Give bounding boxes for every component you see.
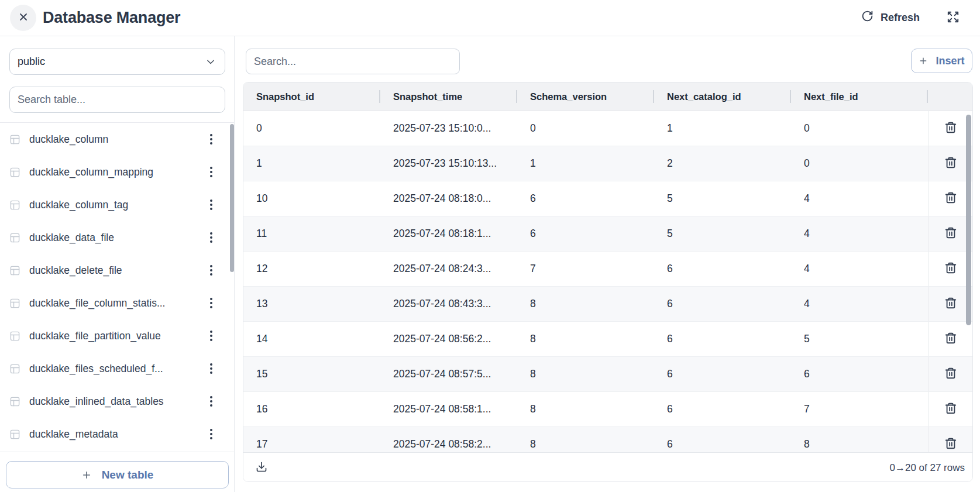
table-cell[interactable]: 4 [791, 252, 928, 286]
table-cell[interactable]: 1 [243, 146, 380, 181]
table-cell[interactable]: 8 [517, 322, 654, 356]
table-options-kebab-button[interactable] [208, 230, 215, 245]
table-cell[interactable]: 2025-07-24 08:24:3... [380, 252, 517, 286]
refresh-button[interactable]: Refresh [861, 10, 920, 25]
table-cell[interactable]: 15 [243, 357, 380, 391]
sidebar-table-item[interactable]: ducklake_file_column_statis... [0, 287, 234, 319]
table-cell[interactable]: 7 [517, 252, 654, 286]
close-button[interactable] [10, 5, 36, 31]
table-cell[interactable]: 1 [654, 111, 791, 146]
table-icon [9, 134, 20, 145]
table-cell[interactable]: 5 [791, 322, 928, 356]
table-cell[interactable]: 2025-07-23 15:10:0... [380, 111, 517, 146]
sidebar-table-item[interactable]: ducklake_inlined_data_tables [0, 385, 234, 418]
table-options-kebab-button[interactable] [208, 263, 215, 278]
table-options-kebab-button[interactable] [208, 361, 215, 376]
delete-row-button[interactable] [944, 121, 957, 136]
delete-row-button[interactable] [944, 262, 957, 276]
table-cell[interactable]: 4 [791, 287, 928, 321]
sidebar-scrollbar[interactable] [230, 124, 234, 272]
sidebar-table-item[interactable]: ducklake_delete_file [0, 254, 234, 287]
table-cell[interactable]: 17 [243, 427, 380, 452]
sidebar-table-item[interactable]: ducklake_file_partition_value [0, 319, 234, 352]
table-cell[interactable]: 8 [791, 427, 928, 452]
table-options-kebab-button[interactable] [208, 295, 215, 311]
sidebar-table-item[interactable]: ducklake_column_tag [0, 188, 234, 221]
table-cell[interactable]: 0 [791, 111, 928, 146]
table-cell[interactable]: 6 [791, 357, 928, 391]
table-cell[interactable]: 2025-07-24 08:18:1... [380, 216, 517, 251]
table-cell[interactable]: 6 [654, 392, 791, 426]
table-cell[interactable]: 6 [517, 216, 654, 251]
kebab-dot [210, 171, 212, 173]
table-cell[interactable]: 11 [243, 216, 380, 251]
sidebar-table-item[interactable]: ducklake_data_file [0, 221, 234, 254]
table-cell[interactable]: 4 [791, 216, 928, 251]
table-cell[interactable]: 7 [791, 392, 928, 426]
table-scrollbar[interactable] [966, 115, 971, 325]
table-cell[interactable]: 5 [654, 216, 791, 251]
sidebar-table-item[interactable]: ducklake_files_scheduled_f... [0, 352, 234, 385]
table-cell[interactable]: 2025-07-24 08:56:2... [380, 322, 517, 356]
table-cell[interactable]: 6 [654, 357, 791, 391]
table-cell[interactable]: 6 [654, 252, 791, 286]
table-cell[interactable]: 0 [517, 111, 654, 146]
schema-selector[interactable]: public [9, 49, 225, 75]
download-button[interactable] [256, 461, 267, 474]
table-options-kebab-button[interactable] [208, 394, 215, 409]
table-cell[interactable]: 2025-07-24 08:58:2... [380, 427, 517, 452]
table-cell[interactable]: 8 [517, 392, 654, 426]
table-cell[interactable]: 2025-07-24 08:58:1... [380, 392, 517, 426]
delete-row-button[interactable] [944, 156, 957, 171]
delete-row-button[interactable] [944, 367, 957, 381]
table-options-kebab-button[interactable] [208, 426, 215, 442]
kebab-dot [210, 298, 212, 300]
delete-row-button[interactable] [944, 437, 957, 452]
table-cell[interactable]: 10 [243, 181, 380, 216]
table-cell[interactable]: 2 [654, 146, 791, 181]
sidebar-table-item[interactable]: ducklake_column [0, 123, 234, 156]
column-header: Schema_version [517, 82, 654, 111]
delete-row-button[interactable] [944, 297, 957, 311]
table-cell[interactable]: 6 [654, 427, 791, 452]
delete-row-button[interactable] [944, 402, 957, 417]
table-cell[interactable]: 14 [243, 322, 380, 356]
kebab-dot [210, 429, 212, 431]
table-cell[interactable]: 2025-07-24 08:43:3... [380, 287, 517, 321]
table-cell[interactable]: 4 [791, 181, 928, 216]
delete-row-button[interactable] [944, 191, 957, 206]
fullscreen-button[interactable] [947, 11, 960, 25]
table-cell[interactable]: 1 [517, 146, 654, 181]
insert-button[interactable]: Insert [911, 49, 972, 73]
table-options-kebab-button[interactable] [208, 197, 215, 212]
table-cell[interactable]: 6 [654, 287, 791, 321]
table-cell[interactable]: 16 [243, 392, 380, 426]
table-search-input[interactable] [9, 87, 225, 113]
sidebar-table-item[interactable]: ducklake_metadata [0, 418, 234, 450]
table-icon [9, 265, 20, 276]
kebab-dot [210, 208, 212, 210]
table-options-kebab-button[interactable] [208, 132, 215, 147]
table-cell[interactable]: 2025-07-24 08:57:5... [380, 357, 517, 391]
table-cell[interactable]: 6 [654, 322, 791, 356]
table-cell[interactable]: 8 [517, 357, 654, 391]
delete-row-button[interactable] [944, 332, 957, 346]
table-cell[interactable]: 8 [517, 427, 654, 452]
table-cell[interactable]: 6 [517, 181, 654, 216]
table-options-kebab-button[interactable] [208, 328, 215, 343]
table-cell[interactable]: 8 [517, 287, 654, 321]
table-cell[interactable]: 5 [654, 181, 791, 216]
table-cell[interactable]: 13 [243, 287, 380, 321]
new-table-button[interactable]: New table [6, 461, 229, 488]
refresh-icon [861, 10, 874, 25]
delete-row-button[interactable] [944, 226, 957, 241]
sidebar-table-item[interactable]: ducklake_column_mapping [0, 156, 234, 188]
table-cell[interactable]: 2025-07-23 15:10:13... [380, 146, 517, 181]
table-cell[interactable]: 2025-07-24 08:18:0... [380, 181, 517, 216]
table-cell[interactable]: 12 [243, 252, 380, 286]
table-cell[interactable]: 0 [243, 111, 380, 146]
table-cell[interactable]: 0 [791, 146, 928, 181]
search-input[interactable] [246, 49, 460, 74]
table-options-kebab-button[interactable] [208, 164, 215, 180]
column-header-actions [928, 82, 972, 111]
